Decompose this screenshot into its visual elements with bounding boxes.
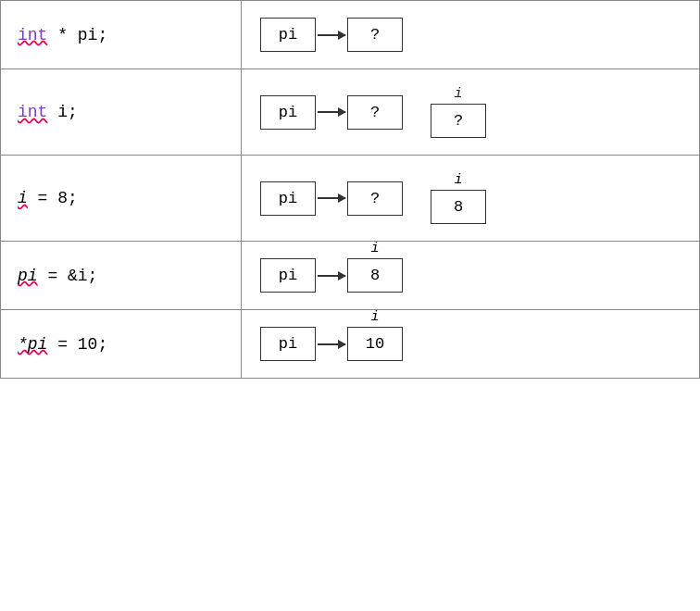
- arrow-line: [318, 275, 345, 277]
- box-label: i: [370, 309, 379, 325]
- main-table: int * pi; pi ? int i; pi: [0, 0, 700, 379]
- code-text: = 10;: [47, 335, 107, 354]
- value-box: ?: [347, 18, 403, 52]
- arrow-line: [318, 34, 345, 36]
- diagram: pi ? i ?: [260, 86, 681, 138]
- code-cell: pi = &i;: [1, 242, 242, 310]
- code-italic-pi: pi: [18, 267, 38, 285]
- table-row: int * pi; pi ?: [1, 1, 700, 69]
- extra-box-label: i: [454, 86, 462, 102]
- box-value: 8: [454, 198, 463, 216]
- code-cell: *pi = 10;: [1, 310, 242, 379]
- box-value: 8: [370, 267, 380, 284]
- diagram: pi i 8: [260, 258, 681, 293]
- diagram: pi i 10: [260, 327, 681, 361]
- arrow-line: [318, 343, 345, 345]
- box-value: ?: [370, 26, 380, 44]
- diagram-cell: pi i 10: [242, 310, 700, 379]
- box-value: pi: [279, 190, 297, 207]
- extra-box-wrap: i 8: [431, 172, 486, 224]
- box-value: 10: [366, 335, 384, 353]
- box-value: pi: [279, 26, 297, 44]
- box-value: ?: [370, 104, 380, 121]
- table-row: pi = &i; pi i 8: [1, 242, 700, 310]
- table-row: int i; pi ? i ?: [1, 69, 700, 156]
- code-text: i;: [47, 103, 77, 121]
- arrow-line: [318, 197, 345, 199]
- code-text: * pi;: [47, 26, 107, 44]
- pi-box: pi: [260, 181, 316, 216]
- diagram: pi ?: [260, 18, 681, 52]
- diagram-cell: pi ?: [242, 1, 700, 69]
- keyword-int: int: [18, 103, 47, 121]
- value-box: ?: [347, 95, 403, 130]
- diagram: pi ? i 8: [260, 172, 681, 224]
- code-cell: i = 8;: [1, 156, 242, 242]
- code-cell: int * pi;: [1, 1, 242, 69]
- extra-box-label: i: [454, 172, 462, 188]
- extra-box: 8: [431, 190, 486, 224]
- pi-box: pi: [260, 258, 316, 293]
- keyword-int: int: [18, 26, 47, 44]
- box-value: pi: [279, 335, 297, 353]
- table-row: *pi = 10; pi i 10: [1, 310, 700, 379]
- extra-box-wrap: i ?: [431, 86, 486, 138]
- diagram-cell: pi ? i ?: [242, 69, 700, 156]
- box-value: ?: [454, 112, 463, 130]
- pi-box: pi: [260, 327, 316, 361]
- value-box: i 10: [347, 327, 403, 361]
- value-box: i 8: [347, 258, 403, 293]
- arrow-line: [318, 111, 345, 113]
- box-label: i: [370, 241, 379, 256]
- code-cell: int i;: [1, 69, 242, 156]
- arrow: [318, 34, 345, 36]
- value-box: ?: [347, 181, 403, 216]
- arrow: [318, 111, 345, 113]
- code-text: = &i;: [38, 267, 98, 285]
- arrow: [318, 197, 345, 199]
- pi-box: pi: [260, 95, 316, 130]
- box-value: pi: [279, 267, 297, 284]
- diagram-cell: pi i 8: [242, 242, 700, 310]
- code-italic-star-pi: *pi: [18, 335, 47, 354]
- diagram-cell: pi ? i 8: [242, 156, 700, 242]
- arrow: [318, 343, 345, 345]
- extra-box: ?: [431, 104, 486, 138]
- table-row: i = 8; pi ? i 8: [1, 156, 700, 242]
- code-italic-i: i: [18, 189, 28, 207]
- box-value: pi: [279, 104, 297, 121]
- pi-box: pi: [260, 18, 316, 52]
- box-value: ?: [370, 190, 380, 207]
- arrow: [318, 275, 345, 277]
- code-text: = 8;: [28, 189, 78, 207]
